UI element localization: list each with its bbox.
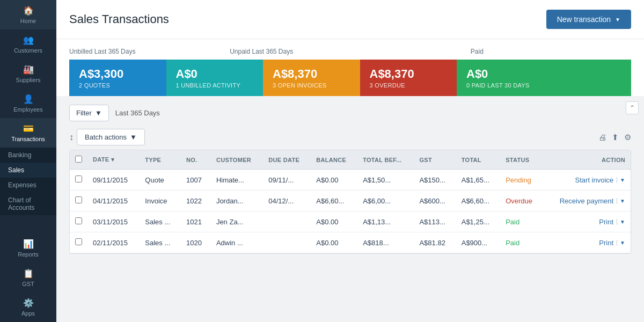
gst-icon: 📋 [23,268,34,279]
action-link-3[interactable]: Print [599,239,613,247]
main-content: Sales Transactions New transaction ▼ Unb… [56,0,644,322]
actions-left: ↕ Batch actions ▼ [69,129,145,145]
stat-card-overdue[interactable]: A$8,370 3 OVERDUE [360,60,457,96]
row-type: Sales ... [140,211,181,232]
row-status: Overdue [500,191,543,211]
action-dropdown-2[interactable]: ▼ [617,219,625,225]
stat-card-quotes[interactable]: A$3,300 2 QUOTES [69,60,166,96]
sidebar-item-reports[interactable]: 📊 Reports [0,233,56,263]
collapse-button[interactable]: ⌃ [626,101,639,114]
header-customer: CUSTOMER [211,150,263,170]
header-total-bef: TOTAL BEF... [357,150,414,170]
settings-icon[interactable]: ⚙ [624,133,631,142]
sidebar-item-banking[interactable]: Banking [0,148,56,163]
header-type: TYPE [140,150,181,170]
row-customer: Adwin ... [211,232,263,253]
action-dropdown-1[interactable]: ▼ [617,198,625,204]
open-label: 3 OPEN INVOICES [273,82,350,89]
filter-label: Filter [76,109,92,117]
action-link-wrap: Start invoice ▼ [548,176,625,184]
row-status: Pending [500,170,543,191]
table-header: DATE ▾ TYPE NO. CUSTOMER DUE DATE BALANC… [70,150,631,170]
sidebar-item-expenses[interactable]: Expenses [0,178,56,193]
status-badge: Paid [506,218,519,226]
row-total: A$6,60... [456,191,500,211]
sidebar-item-sales[interactable]: Sales [0,163,56,178]
transactions-table: DATE ▾ TYPE NO. CUSTOMER DUE DATE BALANC… [70,150,631,253]
row-checkbox-3[interactable] [75,238,82,245]
sidebar-item-home[interactable]: 🏠 Home [0,0,56,30]
row-date: 03/11/2015 [87,211,140,232]
quotes-label: 2 QUOTES [79,82,157,89]
stats-bar: Unbilled Last 365 Days Unpaid Last 365 D… [56,39,644,96]
transactions-table-wrap: DATE ▾ TYPE NO. CUSTOMER DUE DATE BALANC… [69,150,631,254]
header-no: NO. [181,150,211,170]
content-area: ⌃ Filter ▼ Last 365 Days ↕ Batch actions… [56,96,644,322]
stats-label-unpaid: Unpaid Last 365 Days [230,48,471,55]
new-transaction-button[interactable]: New transaction ▼ [546,10,631,29]
action-link-wrap: Receive payment ▼ [548,197,625,205]
select-all-checkbox[interactable] [75,156,82,163]
action-dropdown-0[interactable]: ▼ [617,177,625,183]
sidebar-item-chart[interactable]: Chart of Accounts [0,193,56,215]
row-checkbox-2[interactable] [75,217,82,224]
header-date[interactable]: DATE ▾ [87,150,140,170]
row-date: 02/11/2015 [87,232,140,253]
sidebar-item-gst[interactable]: 📋 GST [0,263,56,292]
sidebar-item-customers[interactable]: 👥 Customers [0,30,56,59]
row-date: 09/11/2015 [87,170,140,191]
row-gst: A$150... [414,170,456,191]
sidebar-label-customers: Customers [14,47,42,54]
sort-icon: ↕ [69,133,74,142]
stat-card-paid[interactable]: A$0 0 PAID LAST 30 DAYS [457,60,631,96]
filter-chevron-icon: ▼ [95,109,102,117]
action-dropdown-3[interactable]: ▼ [617,240,625,246]
sidebar-item-suppliers[interactable]: 🏭 Suppliers [0,59,56,89]
status-badge: Paid [506,239,519,247]
action-link-2[interactable]: Print [599,218,613,226]
row-type: Quote [140,170,181,191]
row-checkbox-1[interactable] [75,196,82,203]
print-icon[interactable]: 🖨 [598,133,606,142]
reports-icon: 📊 [23,239,34,249]
row-due-date [263,211,311,232]
status-badge: Pending [506,176,531,184]
transactions-icon: 💳 [23,123,34,134]
export-icon[interactable]: ⬆ [612,133,619,142]
unbilled-label: 1 UNBILLED ACTIVITY [176,82,254,89]
batch-actions-button[interactable]: Batch actions ▼ [77,129,145,145]
row-no: 1021 [181,211,211,232]
header-action: ACTION [543,150,631,170]
employees-icon: 👤 [23,94,34,104]
sidebar: 🏠 Home 👥 Customers 🏭 Suppliers 👤 Employe… [0,0,56,322]
table-row: 09/11/2015 Quote 1007 Himate... 09/11/..… [70,170,631,191]
filter-row: Filter ▼ Last 365 Days [69,96,631,127]
row-no: 1020 [181,232,211,253]
sidebar-item-employees[interactable]: 👤 Employees [0,89,56,118]
header-total: TOTAL [456,150,500,170]
stat-card-open[interactable]: A$8,370 3 OPEN INVOICES [263,60,360,96]
actions-row: ↕ Batch actions ▼ 🖨 ⬆ ⚙ [69,127,631,150]
row-status: Paid [500,232,543,253]
row-total: A$1,25... [456,211,500,232]
sidebar-item-transactions[interactable]: 💳 Transactions [0,118,56,148]
action-link-1[interactable]: Receive payment [560,197,613,205]
action-link-0[interactable]: Start invoice [575,176,614,184]
home-icon: 🏠 [23,5,34,16]
row-checkbox-0[interactable] [75,175,82,182]
page-title: Sales Transactions [69,12,169,26]
batch-actions-chevron-icon: ▼ [130,133,137,141]
header-checkbox-col [70,150,87,170]
row-total: A$900... [456,232,500,253]
suppliers-icon: 🏭 [23,64,34,75]
row-date: 04/11/2015 [87,191,140,211]
status-badge: Overdue [506,197,532,205]
row-gst: A$113... [414,211,456,232]
filter-button[interactable]: Filter ▼ [69,105,109,121]
row-action: Start invoice ▼ [543,170,631,191]
page-header: Sales Transactions New transaction ▼ [56,0,644,39]
sidebar-label-employees: Employees [13,106,42,113]
stat-card-unbilled[interactable]: A$0 1 UNBILLED ACTIVITY [166,60,264,96]
sidebar-item-apps[interactable]: ⚙️ Apps [0,292,56,322]
row-action: Print ▼ [543,232,631,253]
